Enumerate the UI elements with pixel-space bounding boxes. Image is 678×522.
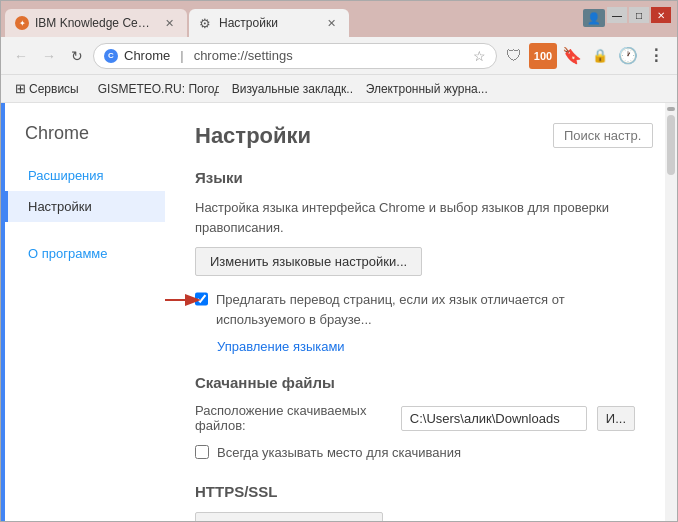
download-location-row: Расположение скачиваемых файлов: И... — [195, 403, 635, 433]
bookmark-star-icon[interactable]: ☆ — [473, 48, 486, 64]
bookmark-journal[interactable]: Электронный журна... — [357, 80, 487, 98]
bookmark-icon[interactable]: 🔖 — [559, 43, 585, 69]
always-ask-label: Всегда указывать место для скачивания — [217, 443, 461, 463]
security-icon: 🔒 — [587, 43, 613, 69]
sidebar-gap — [5, 222, 165, 238]
tab-ibm-label: IBM Knowledge Center - — [35, 16, 155, 30]
languages-section: Языки Настройка языка интерфейса Chrome … — [195, 169, 635, 354]
change-language-settings-button[interactable]: Изменить языковые настройки... — [195, 247, 422, 276]
reload-button[interactable]: ↻ — [65, 44, 89, 68]
https-section-title: HTTPS/SSL — [195, 483, 635, 500]
address-domain: Chrome — [124, 48, 170, 63]
apps-button[interactable]: ⊞ Сервисы — [9, 79, 85, 98]
sidebar-settings-label: Настройки — [28, 199, 92, 214]
search-settings-container — [553, 123, 653, 148]
languages-description: Настройка языка интерфейса Chrome и выбо… — [195, 198, 635, 237]
forward-button[interactable]: → — [37, 44, 61, 68]
manage-languages-link[interactable]: Управление языками — [217, 339, 635, 354]
menu-button[interactable]: ⋮ — [643, 43, 669, 69]
bookmark-visual[interactable]: Визуальные закладк... — [223, 80, 353, 98]
tab-ibm-knowledge[interactable]: ✦ IBM Knowledge Center - ✕ — [5, 9, 187, 37]
shield-icon: 🛡 — [501, 43, 527, 69]
tab-settings[interactable]: ⚙ Настройки ✕ — [189, 9, 349, 37]
sidebar-chrome-title: Chrome — [5, 123, 165, 160]
title-bar: ✦ IBM Knowledge Center - ✕ ⚙ Настройки ✕… — [1, 1, 677, 37]
translate-pages-label: Предлагать перевод страниц, если их язык… — [216, 290, 635, 329]
languages-section-title: Языки — [195, 169, 635, 186]
browser-window: ✦ IBM Knowledge Center - ✕ ⚙ Настройки ✕… — [0, 0, 678, 522]
bookmark-journal-label: Электронный журна... — [366, 82, 487, 96]
minimize-button[interactable]: — — [607, 7, 627, 23]
https-section: HTTPS/SSL Настроить сертификаты... — [195, 483, 635, 522]
scroll-thumb[interactable] — [667, 115, 675, 175]
sidebar: Chrome Расширения Настройки О программе — [5, 103, 165, 521]
bookmarks-bar: ⊞ Сервисы GISMETEO.RU: Погод... Визуальн… — [1, 75, 677, 103]
tab-settings-gear-icon: ⚙ — [199, 16, 213, 30]
sidebar-item-about[interactable]: О программе — [5, 238, 165, 269]
bookmark-gismeteo[interactable]: GISMETEO.RU: Погод... — [89, 80, 219, 98]
apps-label: Сервисы — [29, 82, 79, 96]
address-separator: | — [180, 48, 183, 63]
browse-button[interactable]: И... — [597, 406, 635, 431]
tab-settings-label: Настройки — [219, 16, 317, 30]
sidebar-about-label: О программе — [28, 246, 108, 261]
download-path-input[interactable] — [401, 406, 587, 431]
tab-ibm-icon: ✦ — [15, 16, 29, 30]
annotation-arrow: 1 — [165, 286, 205, 316]
always-ask-checkbox[interactable] — [195, 445, 209, 459]
tab-ibm-close[interactable]: ✕ — [161, 15, 177, 31]
sidebar-item-settings[interactable]: Настройки — [5, 191, 165, 222]
back-button[interactable]: ← — [9, 44, 33, 68]
downloads-section-title: Скачанные файлы — [195, 374, 635, 391]
maximize-button[interactable]: □ — [629, 7, 649, 23]
scrollbar[interactable] — [665, 103, 677, 521]
translate-checkbox-row: 1 Предлагать перевод страниц, если их яз… — [195, 290, 635, 329]
sidebar-item-extensions[interactable]: Расширения — [5, 160, 165, 191]
tab-settings-close[interactable]: ✕ — [323, 15, 339, 31]
main-area: Chrome Расширения Настройки О программе … — [1, 103, 677, 521]
site-favicon: C — [104, 49, 118, 63]
history-icon: 🕐 — [615, 43, 641, 69]
scroll-up-arrow[interactable] — [667, 107, 675, 111]
download-location-label: Расположение скачиваемых файлов: — [195, 403, 391, 433]
bookmark-visual-label: Визуальные закладк... — [232, 82, 353, 96]
user-icon: 👤 — [587, 12, 601, 25]
downloads-section: Скачанные файлы Расположение скачиваемых… — [195, 374, 635, 463]
user-profile-button[interactable]: 👤 — [583, 9, 605, 27]
search-settings-input[interactable] — [553, 123, 653, 148]
nav-right-buttons: 🛡 100 🔖 🔒 🕐 ⋮ — [501, 43, 669, 69]
sidebar-extensions-label: Расширения — [28, 168, 104, 183]
content-area: Настройки Языки Настройка языка интерфей… — [165, 103, 665, 521]
nav-bar: ← → ↻ C Chrome | chrome://settings ☆ 🛡 1… — [1, 37, 677, 75]
cast-icon[interactable]: 100 — [529, 43, 557, 69]
window-controls: — □ ✕ — [607, 7, 671, 23]
configure-certificates-button[interactable]: Настроить сертификаты... — [195, 512, 383, 522]
address-bar[interactable]: C Chrome | chrome://settings ☆ — [93, 43, 497, 69]
always-ask-row: Всегда указывать место для скачивания — [195, 443, 635, 463]
bookmark-gismeteo-label: GISMETEO.RU: Погод... — [98, 82, 219, 96]
apps-grid-icon: ⊞ — [15, 81, 26, 96]
close-button[interactable]: ✕ — [651, 7, 671, 23]
address-url: chrome://settings — [194, 48, 467, 63]
